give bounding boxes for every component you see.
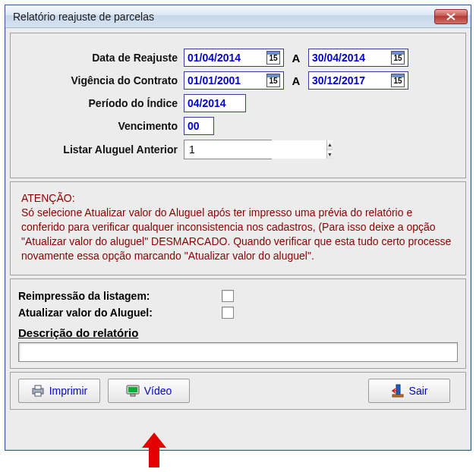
calendar-icon[interactable]: 15 [391, 51, 405, 65]
checkbox-atualizar[interactable] [222, 307, 234, 319]
date-value: 01/04/2014 [188, 52, 266, 64]
label-vigencia: Vigência do Contrato [18, 74, 184, 87]
dialog-window: Relatório reajuste de parcelas Data de R… [5, 5, 471, 451]
form-panel: Data de Reajuste 01/04/2014 15 A 30/04/2… [10, 33, 466, 178]
warning-panel: ATENÇÃO: Só selecione Atualizar valor do… [10, 181, 466, 275]
exit-door-icon [391, 384, 405, 398]
svg-rect-4 [128, 387, 137, 392]
spinner-up[interactable]: ▲ [327, 140, 333, 150]
svg-rect-7 [392, 395, 403, 397]
date-value: 30/04/2014 [312, 52, 391, 64]
vigencia-from[interactable]: 01/01/2001 15 [184, 71, 284, 90]
button-label: Imprimir [49, 385, 88, 397]
periodo-indice-input[interactable]: 04/2014 [184, 94, 246, 112]
data-reajuste-to[interactable]: 30/04/2014 15 [308, 49, 408, 67]
label-reimpressao: Reimpressão da listagem: [18, 290, 222, 302]
calendar-icon[interactable]: 15 [266, 51, 280, 65]
row-vigencia: Vigência do Contrato 01/01/2001 15 A 30/… [18, 71, 458, 90]
warning-heading: ATENÇÃO: [21, 191, 455, 206]
label-vencimento: Vencimento [18, 120, 184, 132]
window-title: Relatório reajuste de parcelas [13, 11, 434, 23]
listar-anterior-spinner[interactable]: ▲ ▼ [184, 140, 272, 159]
range-separator: A [284, 52, 308, 65]
descricao-input[interactable] [18, 342, 458, 362]
button-bar: Imprimir Vídeo [10, 372, 466, 410]
titlebar: Relatório reajuste de parcelas [5, 5, 471, 28]
checkbox-reimpressao[interactable] [222, 290, 234, 302]
row-data-reajuste: Data de Reajuste 01/04/2014 15 A 30/04/2… [18, 49, 458, 67]
row-atualizar: Atualizar valor do Aluguel: [18, 307, 458, 319]
calendar-icon[interactable]: 15 [266, 74, 280, 87]
options-panel: Reimpressão da listagem: Atualizar valor… [10, 278, 466, 369]
button-label: Sair [409, 385, 428, 397]
video-button[interactable]: Vídeo [108, 379, 190, 403]
monitor-icon [126, 384, 140, 398]
svg-rect-6 [396, 385, 400, 395]
warning-body: Só selecione Atualizar valor do Aluguel … [21, 206, 455, 263]
label-periodo-indice: Período do Índice [18, 97, 184, 109]
vencimento-input[interactable]: 00 [184, 117, 214, 135]
client-area: Data de Reajuste 01/04/2014 15 A 30/04/2… [10, 33, 466, 445]
label-listar-anterior: Listar Aluguel Anterior [18, 143, 184, 156]
spinner-value[interactable] [184, 140, 326, 159]
svg-rect-2 [35, 392, 41, 396]
vigencia-to[interactable]: 30/12/2017 15 [308, 71, 408, 90]
label-atualizar: Atualizar valor do Aluguel: [18, 307, 222, 319]
row-periodo-indice: Período do Índice 04/2014 [18, 94, 458, 112]
data-reajuste-from[interactable]: 01/04/2014 15 [184, 49, 284, 67]
input-value: 00 [188, 120, 200, 132]
printer-icon [31, 384, 45, 398]
spinner-arrows: ▲ ▼ [326, 140, 333, 159]
calendar-icon[interactable]: 15 [391, 74, 405, 87]
imprimir-button[interactable]: Imprimir [18, 379, 100, 403]
label-data-reajuste: Data de Reajuste [18, 52, 184, 64]
label-descricao: Descrição do relatório [18, 326, 458, 339]
date-value: 01/01/2001 [188, 74, 266, 87]
close-icon [446, 13, 456, 20]
annotation-arrow-icon [154, 433, 166, 467]
range-separator: A [284, 74, 308, 87]
row-listar-anterior: Listar Aluguel Anterior ▲ ▼ [18, 140, 458, 159]
date-value: 30/12/2017 [312, 74, 391, 87]
spinner-down[interactable]: ▼ [327, 150, 333, 159]
row-reimpressao: Reimpressão da listagem: [18, 290, 458, 302]
svg-rect-5 [131, 394, 135, 396]
row-vencimento: Vencimento 00 [18, 117, 458, 135]
sair-button[interactable]: Sair [368, 379, 450, 403]
svg-rect-1 [35, 385, 41, 389]
close-button[interactable] [434, 9, 468, 24]
button-label: Vídeo [144, 385, 172, 397]
input-value: 04/2014 [188, 97, 226, 109]
